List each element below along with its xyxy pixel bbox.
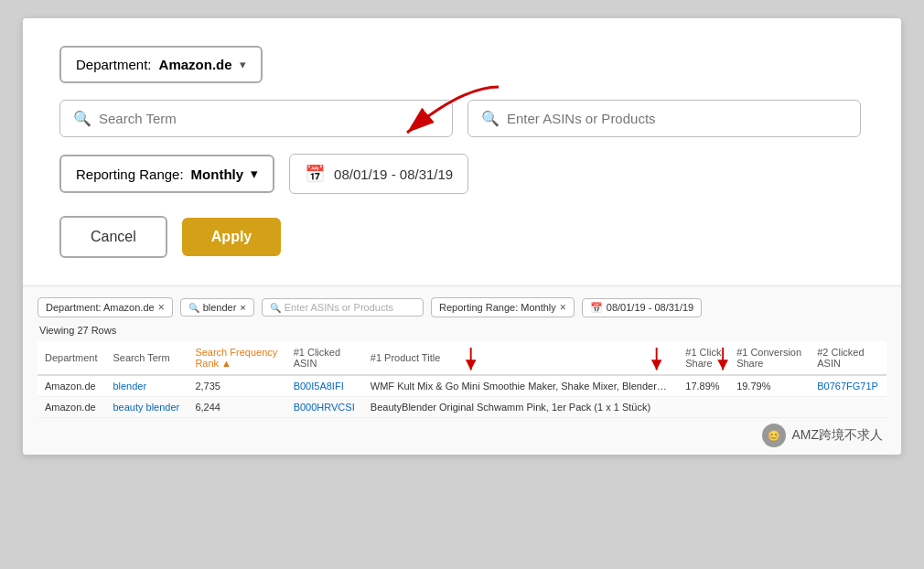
cell-asin1: B000HRVCSI [286, 397, 363, 418]
cancel-button[interactable]: Cancel [59, 216, 167, 258]
asin-input[interactable] [507, 111, 847, 126]
results-panel: Department: Amazon.de × 🔍 blender × 🔍 En… [23, 286, 901, 455]
reporting-filter-remove[interactable]: × [560, 301, 566, 314]
dept-filter-tag: Department: Amazon.de × [38, 297, 173, 317]
cell-dept: Amazon.de [38, 375, 105, 397]
dept-filter-label: Department: Amazon.de [46, 302, 155, 313]
cell-click-share [678, 397, 729, 418]
dept-value: Amazon.de [159, 57, 232, 72]
watermark-text: AMZ跨境不求人 [791, 427, 883, 444]
reporting-label: Reporting Range: [76, 166, 184, 182]
cell-dept: Amazon.de [38, 397, 105, 418]
table-header-row: Department Search Term Search FrequencyR… [38, 341, 886, 375]
cell-search-term: blender [105, 375, 188, 397]
table-row: Amazon.de blender 2,735 B00I5A8IFI WMF K… [38, 375, 886, 397]
table-row: Amazon.de beauty blender 6,244 B000HRVCS… [38, 397, 886, 418]
cell-asin2 [810, 397, 886, 418]
search-icon-asin-small: 🔍 [270, 303, 281, 313]
col-click-share: #1 ClickShare [678, 341, 729, 375]
search-icon-small: 🔍 [188, 303, 199, 313]
col-department: Department [38, 341, 105, 375]
reporting-chevron-icon: ▾ [251, 166, 258, 182]
search-term-wrap: 🔍 [59, 100, 453, 137]
cell-conv-share: 19.79% [729, 375, 810, 397]
dept-filter-remove[interactable]: × [158, 301, 165, 314]
reporting-filter-label: Reporting Range: Monthly [439, 302, 556, 313]
cell-search-term: beauty blender [105, 397, 188, 418]
reporting-row: Reporting Range: Monthly ▾ 📅 08/01/19 - … [59, 154, 865, 194]
cell-title: WMF Kult Mix & Go Mini Smoothie Maker, S… [363, 375, 678, 397]
search-filter-tag: 🔍 blender × [180, 298, 254, 317]
reporting-filter-tag: Reporting Range: Monthly × [431, 297, 575, 317]
search-icon-asin: 🔍 [481, 110, 500, 127]
active-filters: Department: Amazon.de × 🔍 blender × 🔍 En… [38, 297, 886, 317]
dept-dropdown[interactable]: Department: Amazon.de ▾ [59, 46, 263, 83]
col-search-term: Search Term [105, 341, 188, 375]
cell-rank: 2,735 [188, 375, 285, 397]
date-filter-value: 08/01/19 - 08/31/19 [607, 302, 693, 313]
search-filter-remove[interactable]: × [240, 302, 245, 313]
search-term-input[interactable] [99, 111, 439, 126]
filter-panel: Department: Amazon.de ▾ 🔍 🔍 Reporting Ra… [23, 18, 901, 286]
asin-input-wrap: 🔍 [467, 100, 861, 137]
button-row: Cancel Apply [59, 216, 865, 258]
asin-filter-placeholder: Enter ASINs or Products [285, 302, 393, 313]
apply-button[interactable]: Apply [182, 218, 281, 256]
watermark-icon: 😊 [762, 424, 786, 447]
asin-filter-tag: 🔍 Enter ASINs or Products [262, 298, 424, 317]
results-table: Department Search Term Search FrequencyR… [38, 341, 886, 418]
reporting-dropdown[interactable]: Reporting Range: Monthly ▾ [59, 155, 274, 193]
search-icon: 🔍 [73, 110, 91, 127]
dept-row: Department: Amazon.de ▾ [59, 46, 865, 83]
cell-conv-share [729, 397, 810, 418]
search-row: 🔍 🔍 [59, 100, 865, 137]
date-range-wrap[interactable]: 📅 08/01/19 - 08/31/19 [289, 154, 468, 194]
col-search-freq: Search FrequencyRank ▲ [188, 341, 285, 375]
date-filter-tag: 📅 08/01/19 - 08/31/19 [582, 298, 702, 317]
col-title: #1 Product Title [363, 341, 678, 375]
cell-click-share: 17.89% [678, 375, 729, 397]
reporting-value: Monthly [191, 166, 244, 182]
cal-icon-small: 📅 [590, 302, 603, 314]
dept-label: Department: [76, 57, 152, 72]
col-asin1: #1 ClickedASIN [286, 341, 363, 375]
results-table-container: Department Search Term Search FrequencyR… [38, 341, 886, 418]
date-range-text: 08/01/19 - 08/31/19 [334, 166, 453, 182]
col-asin2: #2 ClickedASIN [810, 341, 886, 375]
calendar-icon: 📅 [305, 164, 325, 184]
chevron-down-icon: ▾ [240, 58, 246, 71]
col-conv-share: #1 ConversionShare [729, 341, 810, 375]
cell-asin2: B0767FG71P [810, 375, 886, 397]
cell-asin1: B00I5A8IFI [286, 375, 363, 397]
cell-rank: 6,244 [188, 397, 285, 418]
cell-title: BeautyBlender Original Schwamm Pink, 1er… [363, 397, 678, 418]
watermark: 😊 AMZ跨境不求人 [762, 424, 883, 447]
search-filter-value: blender [203, 302, 237, 313]
viewing-rows-text: Viewing 27 Rows [38, 325, 886, 336]
